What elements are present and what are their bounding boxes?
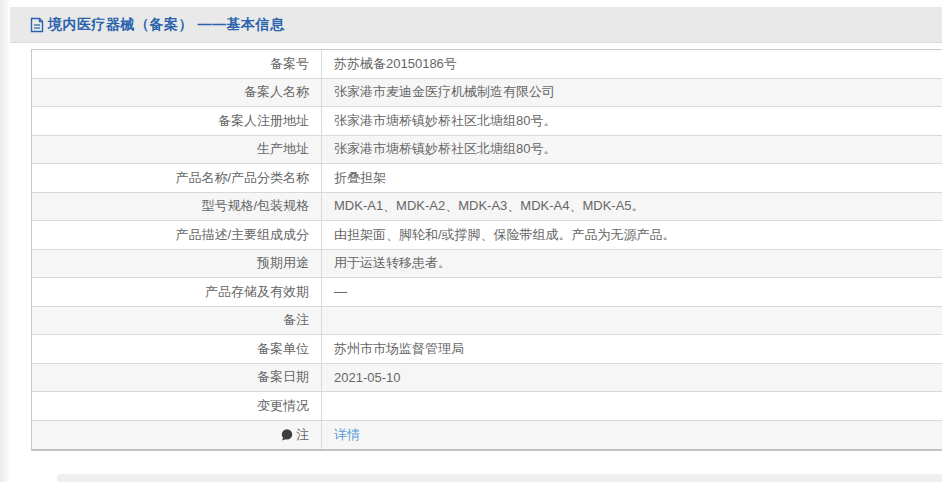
row-label-text: 备案人注册地址 — [218, 112, 309, 130]
row-value: 由担架面、脚轮和/或撑脚、保险带组成。产品为无源产品。 — [322, 221, 942, 249]
table-row: 变更情况 — [32, 392, 942, 421]
row-value: 苏苏械备20150186号 — [322, 50, 942, 78]
table-row: 型号规格/包装规格 MDK-A1、MDK-A2、MDK-A3、MDK-A4、MD… — [32, 193, 942, 222]
row-label: 备案日期 — [32, 364, 322, 392]
row-value: 苏州市市场监督管理局 — [322, 335, 942, 363]
row-label: 产品存储及有效期 — [32, 278, 322, 306]
row-label-text: 备案人名称 — [244, 83, 309, 101]
page-edge-shadow — [0, 0, 11, 482]
row-value: 张家港市塘桥镇妙桥社区北塘组80号。 — [322, 107, 942, 135]
page-title-text: 境内医疗器械（备案） ——基本信息 — [48, 16, 284, 34]
document-icon — [30, 17, 44, 33]
next-panel-edge — [57, 474, 942, 482]
row-label-text: 备注 — [283, 311, 309, 329]
details-link[interactable]: 详情 — [334, 426, 360, 444]
row-label: 备案人注册地址 — [32, 107, 322, 135]
row-value: 张家港市塘桥镇妙桥社区北塘组80号。 — [322, 136, 942, 164]
row-label: 备案单位 — [32, 335, 322, 363]
row-label-text: 产品存储及有效期 — [205, 283, 309, 301]
row-value: 用于运送转移患者。 — [322, 250, 942, 278]
row-value: 详情 — [322, 421, 942, 450]
row-label-text: 备案号 — [270, 55, 309, 73]
table-row: 注 详情 — [32, 421, 942, 450]
section-header: 境内医疗器械（备案） ——基本信息 — [10, 7, 942, 43]
table-row: 备案人注册地址 张家港市塘桥镇妙桥社区北塘组80号。 — [32, 107, 942, 136]
row-label: 生产地址 — [32, 136, 322, 164]
table-row: 备案号 苏苏械备20150186号 — [32, 50, 942, 79]
row-label-text: 型号规格/包装规格 — [201, 197, 309, 215]
speech-bubble-icon — [281, 429, 293, 441]
row-label-text: 产品描述/主要组成成分 — [175, 226, 309, 244]
row-label-text: 生产地址 — [257, 140, 309, 158]
table-row: 备案日期 2021-05-10 — [32, 364, 942, 393]
row-value: 张家港市麦迪金医疗机械制造有限公司 — [322, 79, 942, 107]
row-label: 备案号 — [32, 50, 322, 78]
table-row: 备案单位 苏州市市场监督管理局 — [32, 335, 942, 364]
table-row: 产品描述/主要组成成分 由担架面、脚轮和/或撑脚、保险带组成。产品为无源产品。 — [32, 221, 942, 250]
row-value — [322, 307, 942, 335]
row-label-text: 备案单位 — [257, 340, 309, 358]
info-table: 备案号 苏苏械备20150186号 备案人名称 张家港市麦迪金医疗机械制造有限公… — [31, 49, 942, 451]
table-row: 预期用途 用于运送转移患者。 — [32, 250, 942, 279]
row-label: 产品名称/产品分类名称 — [32, 164, 322, 192]
row-label: 产品描述/主要组成成分 — [32, 221, 322, 249]
row-label-text: 备案日期 — [257, 368, 309, 386]
table-row: 产品名称/产品分类名称 折叠担架 — [32, 164, 942, 193]
table-row: 备注 — [32, 307, 942, 336]
row-label: 注 — [32, 421, 322, 450]
row-label-text: 产品名称/产品分类名称 — [175, 169, 309, 187]
row-label-text: 注 — [296, 426, 309, 444]
table-row: 产品存储及有效期 — — [32, 278, 942, 307]
row-value — [322, 392, 942, 420]
table-row: 备案人名称 张家港市麦迪金医疗机械制造有限公司 — [32, 79, 942, 108]
page-title: 境内医疗器械（备案） ——基本信息 — [30, 16, 284, 34]
row-label: 变更情况 — [32, 392, 322, 420]
table-row: 生产地址 张家港市塘桥镇妙桥社区北塘组80号。 — [32, 136, 942, 165]
row-value: 2021-05-10 — [322, 364, 942, 392]
row-label-text: 预期用途 — [257, 254, 309, 272]
row-label-text: 变更情况 — [257, 397, 309, 415]
row-label: 型号规格/包装规格 — [32, 193, 322, 221]
row-label: 备注 — [32, 307, 322, 335]
row-value: 折叠担架 — [322, 164, 942, 192]
row-value: MDK-A1、MDK-A2、MDK-A3、MDK-A4、MDK-A5。 — [322, 193, 942, 221]
row-label: 预期用途 — [32, 250, 322, 278]
row-label: 备案人名称 — [32, 79, 322, 107]
row-value: — — [322, 278, 942, 306]
